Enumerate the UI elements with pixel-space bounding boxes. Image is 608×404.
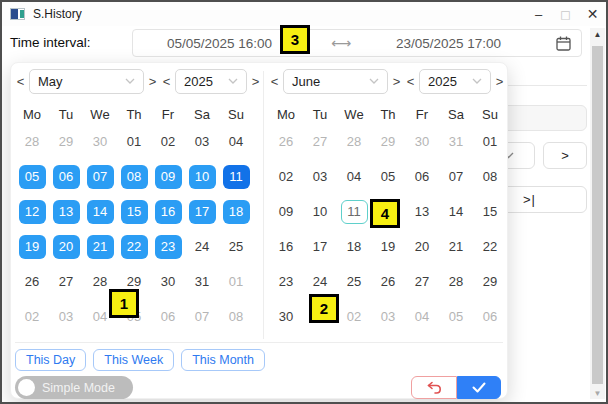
background-text-field[interactable] [502, 105, 587, 131]
calendar-day-june-27[interactable]: 27 [303, 124, 337, 159]
calendar-day-may-15[interactable]: 15 [117, 194, 151, 229]
calendar-day-june-14[interactable]: 14 [439, 194, 473, 229]
calendar-day-june-04[interactable]: 04 [405, 299, 439, 334]
end-datetime-value[interactable]: 23/05/2025 17:00 [396, 36, 501, 51]
calendar-day-june-31[interactable]: 31 [439, 124, 473, 159]
calendar-day-june-01[interactable]: 01 [473, 124, 507, 159]
calendar-day-june-06[interactable]: 06 [405, 159, 439, 194]
calendar-day-june-23[interactable]: 23 [269, 264, 303, 299]
next-month-button[interactable]: > [391, 74, 402, 89]
calendar-day-may-26[interactable]: 26 [15, 264, 49, 299]
calendar-day-june-17[interactable]: 17 [303, 229, 337, 264]
calendar-day-june-13[interactable]: 13 [405, 194, 439, 229]
calendar-day-june-05[interactable]: 05 [439, 299, 473, 334]
calendar-day-may-17[interactable]: 17 [185, 194, 219, 229]
calendar-day-may-06[interactable]: 06 [151, 299, 185, 334]
calendar-day-june-29[interactable]: 29 [371, 124, 405, 159]
calendar-day-may-12[interactable]: 12 [15, 194, 49, 229]
calendar-day-june-22[interactable]: 22 [473, 229, 507, 264]
calendar-day-may-19[interactable]: 19 [15, 229, 49, 264]
calendar-day-may-30[interactable]: 30 [151, 264, 185, 299]
calendar-day-june-04[interactable]: 04 [337, 159, 371, 194]
calendar-day-may-07[interactable]: 07 [83, 159, 117, 194]
calendar-day-may-21[interactable]: 21 [83, 229, 117, 264]
calendar-day-june-08[interactable]: 08 [473, 159, 507, 194]
preset-this-month-button[interactable]: This Month [181, 349, 265, 371]
calendar-day-june-25[interactable]: 25 [337, 264, 371, 299]
start-datetime-value[interactable]: 05/05/2025 16:00 [167, 36, 272, 51]
year-select[interactable]: 2025 [419, 69, 491, 94]
scrollbar-thumb[interactable] [592, 46, 603, 384]
calendar-day-june-05[interactable]: 05 [371, 159, 405, 194]
calendar-day-june-20[interactable]: 20 [405, 229, 439, 264]
calendar-day-june-28[interactable]: 28 [439, 264, 473, 299]
vertical-scrollbar[interactable]: ▲ ▼ [590, 28, 605, 399]
calendar-day-june-11[interactable]: 11 [337, 194, 371, 229]
minimize-button[interactable]: – [525, 3, 552, 25]
month-select[interactable]: May [29, 69, 144, 94]
calendar-day-june-29[interactable]: 29 [473, 264, 507, 299]
confirm-button[interactable] [457, 376, 501, 399]
prev-month-button[interactable]: < [269, 74, 280, 89]
calendar-day-may-11[interactable]: 11 [219, 159, 253, 194]
calendar-day-may-14[interactable]: 14 [83, 194, 117, 229]
close-button[interactable]: ✕ [579, 3, 606, 25]
calendar-day-june-19[interactable]: 19 [371, 229, 405, 264]
calendar-day-june-03[interactable]: 03 [303, 159, 337, 194]
calendar-day-june-09[interactable]: 09 [269, 194, 303, 229]
calendar-day-may-10[interactable]: 10 [185, 159, 219, 194]
prev-year-button[interactable]: < [161, 74, 172, 89]
calendar-day-june-10[interactable]: 10 [303, 194, 337, 229]
prev-year-button[interactable]: < [405, 74, 416, 89]
simple-mode-toggle[interactable]: Simple Mode [15, 376, 133, 399]
scroll-up-icon[interactable]: ▲ [590, 30, 605, 39]
calendar-day-may-03[interactable]: 03 [185, 124, 219, 159]
calendar-day-may-28[interactable]: 28 [15, 124, 49, 159]
calendar-day-june-21[interactable]: 21 [439, 229, 473, 264]
calendar-day-may-06[interactable]: 06 [49, 159, 83, 194]
background-next-button[interactable]: > [543, 142, 587, 169]
calendar-day-may-04[interactable]: 04 [219, 124, 253, 159]
calendar-day-may-16[interactable]: 16 [151, 194, 185, 229]
preset-this-day-button[interactable]: This Day [15, 349, 86, 371]
calendar-day-june-26[interactable]: 26 [371, 264, 405, 299]
calendar-day-may-25[interactable]: 25 [219, 229, 253, 264]
calendar-day-may-13[interactable]: 13 [49, 194, 83, 229]
year-select[interactable]: 2025 [175, 69, 247, 94]
preset-this-week-button[interactable]: This Week [93, 349, 174, 371]
time-interval-field[interactable]: 05/05/2025 16:00 ⟷ 23/05/2025 17:00 [132, 29, 582, 57]
calendar-day-may-29[interactable]: 29 [49, 124, 83, 159]
calendar-day-may-22[interactable]: 22 [117, 229, 151, 264]
calendar-day-may-07[interactable]: 07 [185, 299, 219, 334]
calendar-day-june-18[interactable]: 18 [337, 229, 371, 264]
calendar-day-may-01[interactable]: 01 [219, 264, 253, 299]
scroll-down-icon[interactable]: ▼ [590, 389, 605, 398]
calendar-day-june-06[interactable]: 06 [473, 299, 507, 334]
calendar-day-may-08[interactable]: 08 [219, 299, 253, 334]
calendar-day-june-30[interactable]: 30 [405, 124, 439, 159]
calendar-day-june-02[interactable]: 02 [269, 159, 303, 194]
calendar-day-june-27[interactable]: 27 [405, 264, 439, 299]
calendar-day-may-08[interactable]: 08 [117, 159, 151, 194]
calendar-day-june-28[interactable]: 28 [337, 124, 371, 159]
calendar-day-june-26[interactable]: 26 [269, 124, 303, 159]
calendar-day-may-05[interactable]: 05 [15, 159, 49, 194]
prev-month-button[interactable]: < [15, 74, 26, 89]
next-year-button[interactable]: > [250, 74, 261, 89]
calendar-day-may-24[interactable]: 24 [185, 229, 219, 264]
calendar-day-may-02[interactable]: 02 [151, 124, 185, 159]
calendar-day-may-18[interactable]: 18 [219, 194, 253, 229]
calendar-day-may-27[interactable]: 27 [49, 264, 83, 299]
calendar-day-may-20[interactable]: 20 [49, 229, 83, 264]
calendar-day-june-02[interactable]: 02 [337, 299, 371, 334]
next-year-button[interactable]: > [494, 74, 505, 89]
calendar-day-may-01[interactable]: 01 [117, 124, 151, 159]
calendar-day-may-30[interactable]: 30 [83, 124, 117, 159]
calendar-day-june-07[interactable]: 07 [439, 159, 473, 194]
calendar-day-may-02[interactable]: 02 [15, 299, 49, 334]
calendar-icon[interactable] [555, 35, 572, 56]
next-month-button[interactable]: > [147, 74, 158, 89]
undo-button[interactable] [411, 376, 457, 399]
calendar-day-may-23[interactable]: 23 [151, 229, 185, 264]
calendar-day-june-03[interactable]: 03 [371, 299, 405, 334]
